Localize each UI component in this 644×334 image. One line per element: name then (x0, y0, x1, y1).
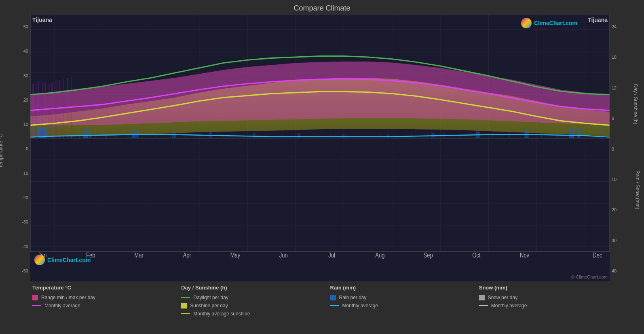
legend-temp-title: Temperature °C (32, 285, 181, 291)
sunshine-avg-swatch (181, 313, 190, 314)
logo-circle-bottom (34, 255, 45, 265)
svg-text:Sep: Sep (423, 252, 433, 259)
legend-snow: Snow (mm) Snow per day Monthly average (479, 285, 628, 328)
r-tick-30: 30 (612, 238, 617, 243)
r-tick-40: 40 (612, 269, 617, 273)
svg-rect-65 (281, 134, 283, 138)
snow-avg-swatch (479, 305, 488, 306)
left-axis-label: Temperature °C (0, 134, 4, 168)
svg-rect-86 (32, 84, 34, 138)
rain-avg-swatch (330, 305, 339, 306)
svg-rect-43 (577, 128, 581, 138)
svg-text:Aug: Aug (375, 252, 384, 259)
legend-rain: Rain (mm) Rain per day Monthly average (330, 285, 479, 328)
daylight-label: Daylight per day (193, 295, 228, 300)
r-tick-24: 24 (612, 25, 617, 29)
svg-rect-80 (525, 129, 526, 138)
legend-sun-title: Day / Sunshine (h) (181, 285, 330, 291)
svg-rect-81 (541, 128, 542, 138)
chart-main: Tijuana Tijuana ClimeChart.com ClimeChar… (30, 15, 610, 281)
tick-40: 40 (23, 49, 28, 53)
tick-10: 10 (23, 122, 28, 127)
legend-sunshine: Day / Sunshine (h) Daylight per day Suns… (181, 285, 330, 328)
svg-text:Dec: Dec (593, 252, 602, 259)
logo-circle-top (521, 18, 532, 28)
legend-rain-title: Rain (mm) (330, 285, 479, 291)
r-tick-20: 20 (612, 208, 617, 212)
svg-rect-35 (253, 133, 255, 138)
svg-rect-31 (132, 130, 136, 138)
tick-0: 0 (26, 147, 28, 151)
sunshine-swatch (181, 303, 187, 308)
legend-sunshine-avg: Monthly average sunshine (181, 311, 330, 317)
r-tick-18: 18 (612, 55, 617, 60)
daylight-swatch (181, 297, 190, 298)
svg-rect-74 (427, 133, 428, 138)
svg-text:Nov: Nov (520, 252, 530, 259)
tick-minus20: -20 (22, 196, 28, 200)
svg-rect-73 (411, 133, 412, 138)
legend-daylight: Daylight per day (181, 295, 330, 300)
r-tick-10: 10 (612, 177, 617, 182)
legend-rain-avg: Monthly average (330, 303, 479, 308)
logo-bottom-left: ClimeChart.com (34, 255, 91, 265)
svg-rect-63 (249, 133, 250, 138)
svg-rect-79 (508, 130, 509, 138)
logo-text-top: ClimeChart.com (534, 20, 577, 26)
svg-rect-95 (63, 79, 64, 138)
chart-svg: Jan Feb Mar Apr May Jun Jul Aug Sep Oct … (30, 15, 610, 281)
svg-text:Oct: Oct (472, 252, 480, 259)
svg-rect-90 (44, 83, 46, 138)
temp-avg-label: Monthly average (44, 303, 80, 308)
svg-text:May: May (230, 252, 241, 259)
svg-rect-51 (87, 127, 88, 138)
svg-text:Jun: Jun (279, 252, 288, 259)
temp-range-swatch (32, 295, 38, 300)
svg-rect-94 (59, 80, 60, 138)
svg-rect-82 (557, 127, 558, 138)
city-label-left: Tijuana (32, 17, 52, 23)
page-title: Compare Climate (8, 4, 636, 13)
page-container: Compare Climate Temperature °C 50 40 30 … (0, 0, 644, 334)
snow-avg-label: Monthly average (491, 303, 527, 308)
rain-per-day-label: Rain per day (339, 295, 367, 300)
svg-rect-78 (492, 130, 493, 138)
right-axis: Day / Sunshine (h) Rain / Snow (mm) 24 1… (610, 15, 636, 281)
rain-swatch (330, 295, 336, 300)
tick-30: 30 (23, 74, 28, 78)
svg-text:Apr: Apr (183, 252, 191, 259)
temp-range-label: Range min / max per day (41, 295, 95, 300)
svg-rect-54 (115, 130, 116, 138)
legend-temperature: Temperature °C Range min / max per day M… (32, 285, 181, 328)
svg-rect-71 (379, 134, 380, 138)
tick-minus30: -30 (22, 220, 28, 224)
svg-rect-67 (314, 134, 315, 138)
copyright: © ClimeChart.com (571, 274, 608, 279)
legend-sunshine-per-day: Sunshine per day (181, 303, 330, 308)
svg-text:Mar: Mar (134, 252, 144, 259)
sunshine-label: Sunshine per day (190, 303, 228, 308)
tick-minus10: -10 (22, 171, 28, 176)
svg-rect-0 (30, 15, 610, 281)
legend-snow-avg: Monthly average (479, 303, 628, 308)
tick-minus50: -50 (22, 269, 28, 273)
svg-rect-38 (387, 134, 389, 138)
svg-text:Jul: Jul (328, 252, 335, 259)
svg-rect-85 (602, 124, 603, 138)
svg-rect-83 (573, 126, 574, 138)
rain-avg-label: Monthly average (342, 303, 378, 308)
svg-rect-72 (395, 134, 396, 138)
svg-rect-66 (298, 134, 298, 138)
svg-rect-37 (342, 134, 345, 138)
left-axis: Temperature °C 50 40 30 20 10 0 -10 -20 … (8, 15, 30, 281)
legend-area: Temperature °C Range min / max per day M… (8, 281, 636, 330)
svg-rect-53 (105, 129, 106, 138)
tick-minus40: -40 (22, 245, 28, 249)
logo-text-bottom: ClimeChart.com (47, 257, 91, 263)
logo-top-right: ClimeChart.com (521, 18, 577, 28)
svg-rect-30 (89, 130, 91, 138)
r-tick-6: 6 (612, 116, 614, 121)
snow-per-day-label: Snow per day (488, 295, 517, 300)
tick-20: 20 (23, 98, 28, 102)
legend-temp-range: Range min / max per day (32, 295, 181, 300)
